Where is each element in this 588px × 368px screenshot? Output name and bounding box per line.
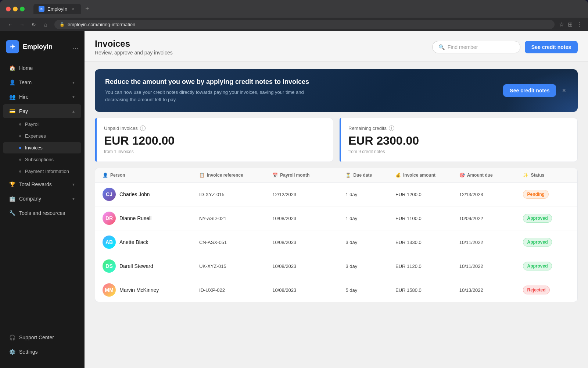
home-button[interactable]: ⌂	[41, 20, 50, 29]
hire-icon: 👥	[9, 93, 15, 100]
sidebar-item-label-tools: Tools and resources	[19, 210, 75, 216]
status-badge: Pending	[523, 190, 548, 199]
menu-icon[interactable]: ⋮	[576, 21, 582, 28]
page-header-right: 🔍 See credit notes	[432, 41, 578, 53]
new-tab-button[interactable]: +	[83, 4, 92, 13]
sidebar-item-team[interactable]: 👤 Team ▼	[3, 75, 81, 89]
active-tab[interactable]: E EmployIn ×	[33, 4, 81, 14]
table-row[interactable]: CJ Charles John ID-XYZ-015 12/12/2023 1 …	[95, 183, 577, 206]
sidebar-sub-item-payment-info[interactable]: Payment Information	[3, 166, 81, 177]
status-badge: Approved	[523, 214, 552, 223]
sub-dot-invoices	[19, 147, 21, 149]
browser-tabs: E EmployIn × +	[33, 4, 92, 14]
sidebar-item-pay[interactable]: 💳 Pay ▲	[3, 104, 81, 118]
unpaid-info-icon[interactable]: i	[140, 125, 146, 131]
sidebar-item-hire[interactable]: 👥 Hire ▼	[3, 90, 81, 104]
status-badge: Approved	[523, 262, 552, 270]
sidebar-item-total-rewards[interactable]: 🏆 Total Rewards ▼	[3, 177, 81, 191]
back-button[interactable]: ←	[6, 20, 15, 29]
sidebar: ✈ EmployIn ... 🏠 Home 👤 Team ▼ 👥 Hire ▼ …	[0, 31, 85, 368]
lock-icon: 🔒	[60, 22, 65, 27]
address-bar[interactable]: 🔒 employin.com/hiring-information	[54, 20, 555, 29]
see-credit-notes-button[interactable]: See credit notes	[525, 41, 578, 53]
person-name: Dianne Rusell	[119, 215, 151, 221]
col-status: ✨ Status	[523, 173, 570, 178]
reload-button[interactable]: ↻	[29, 20, 38, 29]
status-badge-cell: Approved	[523, 238, 570, 247]
banner-subtitle: You can now use your credit notes direct…	[105, 89, 318, 103]
reference-col-icon: 📋	[199, 173, 205, 178]
sidebar-item-support[interactable]: 🎧 Support Center	[3, 330, 81, 344]
invoice-amount: EUR 1330.0	[395, 240, 456, 245]
sidebar-sub-item-expenses[interactable]: Expenses	[3, 130, 81, 142]
table-row[interactable]: DS Darell Steward UK-XYZ-015 10/08/2023 …	[95, 254, 577, 278]
avatar: AB	[103, 236, 116, 249]
maximize-traffic-light[interactable]	[20, 7, 25, 11]
sidebar-item-label-pay: Pay	[19, 108, 68, 114]
minimize-traffic-light[interactable]	[13, 7, 18, 11]
sub-label-payroll: Payroll	[25, 121, 40, 127]
sidebar-item-settings[interactable]: ⚙️ Settings	[3, 345, 81, 359]
search-bar[interactable]: 🔍	[432, 41, 520, 53]
banner-credit-notes-button[interactable]: See credit notes	[503, 84, 556, 97]
person-name: Charles John	[119, 191, 150, 197]
stat-label-credits: Remaining credits i	[348, 125, 569, 131]
amount-due: 10/09/2022	[459, 216, 520, 221]
sidebar-item-home[interactable]: 🏠 Home	[3, 61, 81, 75]
sidebar-item-label-total-rewards: Total Rewards	[19, 181, 68, 187]
table-row[interactable]: DR Dianne Rusell NY-ASD-021 10/08/2023 1…	[95, 206, 577, 230]
invoices-table: 👤 Person 📋 Invoice reference 📅 Payroll m…	[95, 168, 578, 302]
invoice-reference: ID-UXP-022	[199, 287, 269, 293]
sidebar-item-label-team: Team	[19, 79, 68, 85]
sub-dot-payroll	[19, 123, 21, 125]
app-window: ✈ EmployIn ... 🏠 Home 👤 Team ▼ 👥 Hire ▼ …	[0, 31, 588, 368]
browser-addressbar: ← → ↻ ⌂ 🔒 employin.com/hiring-informatio…	[0, 18, 588, 31]
banner-close-button[interactable]: ×	[560, 85, 567, 96]
chevron-up-icon-pay: ▲	[72, 109, 75, 113]
sidebar-item-tools[interactable]: 🔧 Tools and resources	[3, 206, 81, 220]
total-rewards-icon: 🏆	[9, 181, 15, 188]
tab-label: EmployIn	[47, 6, 67, 12]
sidebar-nav: 🏠 Home 👤 Team ▼ 👥 Hire ▼ 💳 Pay ▲ Pa	[0, 61, 84, 324]
sidebar-sub-item-invoices[interactable]: Invoices	[3, 142, 81, 153]
chevron-down-icon-total-rewards: ▼	[72, 183, 75, 187]
sidebar-item-label-hire: Hire	[19, 94, 68, 100]
logo-menu-button[interactable]: ...	[73, 43, 78, 51]
table-row[interactable]: AB Anette Black CN-ASX-051 10/08/2023 3 …	[95, 230, 577, 254]
table-row[interactable]: MM Marvin McKinney ID-UXP-022 10/08/2023…	[95, 278, 577, 302]
status-badge: Rejected	[523, 286, 549, 294]
person-cell: DR Dianne Rusell	[103, 212, 196, 225]
app-logo-text: EmployIn	[23, 43, 53, 51]
sidebar-sub-item-subscriptions[interactable]: Subscriptions	[3, 154, 81, 165]
status-badge-cell: Approved	[523, 262, 570, 270]
extension-icon[interactable]: ⊞	[568, 21, 573, 28]
stat-sub-unpaid: from 1 invoices	[104, 149, 324, 154]
credits-info-icon[interactable]: i	[389, 125, 394, 131]
stat-sub-credits: from 9 credit notes	[348, 149, 569, 154]
stats-row: Unpaid invoices i EUR 1200.00 from 1 inv…	[95, 118, 578, 162]
amount-due-col-icon: 🎯	[459, 173, 465, 178]
sidebar-sub-item-payroll[interactable]: Payroll	[3, 118, 81, 130]
status-badge-cell: Rejected	[523, 286, 570, 294]
close-traffic-light[interactable]	[6, 7, 11, 11]
status-col-icon: ✨	[523, 173, 528, 178]
bookmark-icon[interactable]: ☆	[559, 21, 564, 28]
tab-close-button[interactable]: ×	[70, 6, 76, 12]
invoice-reference: NY-ASD-021	[199, 216, 269, 221]
avatar: CJ	[103, 188, 116, 201]
stat-value-credits: EUR 2300.00	[348, 134, 569, 148]
banner-actions: See credit notes ×	[503, 84, 567, 97]
stat-value-unpaid: EUR 1200.00	[104, 134, 324, 148]
due-date: 5 day	[345, 287, 392, 293]
sidebar-item-company[interactable]: 🏢 Company ▼	[3, 192, 81, 206]
invoice-amount: EUR 1100.0	[395, 216, 456, 221]
table-header: 👤 Person 📋 Invoice reference 📅 Payroll m…	[95, 168, 577, 183]
search-input[interactable]	[448, 44, 514, 50]
page-title: Invoices	[95, 39, 173, 49]
page-header-left: Invoices Review, approve and pay invoice…	[95, 39, 173, 56]
promo-banner: Reduce the amount you owe by applying cr…	[95, 69, 578, 112]
forward-button[interactable]: →	[18, 20, 26, 29]
banner-title: Reduce the amount you owe by applying cr…	[105, 78, 503, 86]
sidebar-item-label-settings: Settings	[19, 349, 75, 355]
chevron-down-icon-hire: ▼	[72, 95, 75, 99]
